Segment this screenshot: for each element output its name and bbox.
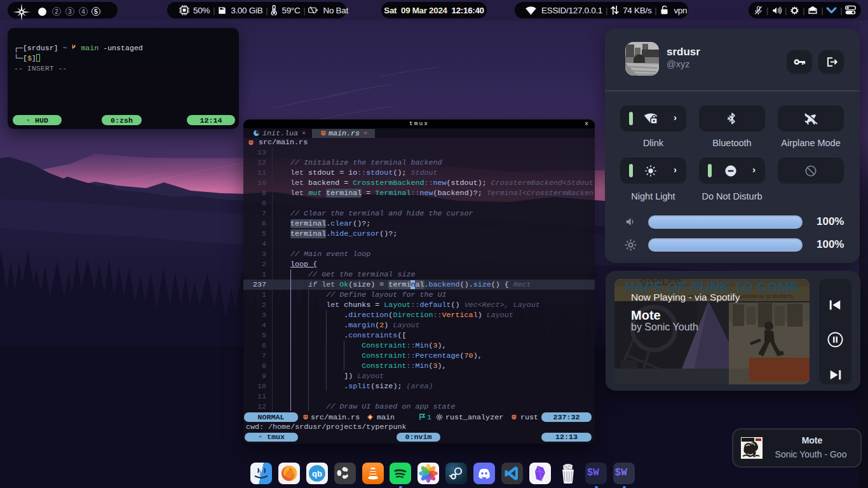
svg-text:qb: qb	[312, 469, 322, 478]
